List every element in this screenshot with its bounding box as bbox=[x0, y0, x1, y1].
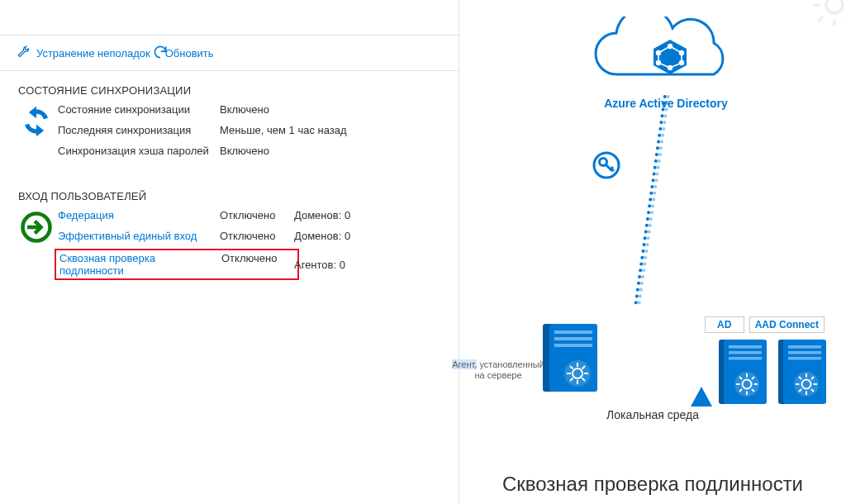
sync-state-label: Состояние синхронизации bbox=[58, 103, 220, 116]
diagram: Azure Active Directory Агент, установлен… bbox=[459, 0, 846, 504]
agent-note-c: на сервере bbox=[474, 370, 521, 380]
sync-section: СОСТОЯНИЕ СИНХРОНИЗАЦИИ Состояние синхро… bbox=[0, 71, 459, 157]
passthrough-status: Отключено bbox=[221, 252, 296, 277]
signin-section: ВХОД ПОЛЬЗОВАТЕЛЕЙ Федерация Отключено Д… bbox=[0, 177, 459, 278]
svg-rect-36 bbox=[729, 351, 762, 354]
refresh-link[interactable]: Обновить bbox=[165, 47, 214, 59]
sync-icon bbox=[18, 103, 58, 142]
federation-count: Доменов: 0 bbox=[294, 209, 368, 221]
wrench-icon bbox=[17, 45, 30, 61]
federation-status: Отключено bbox=[220, 209, 294, 221]
federation-link[interactable]: Федерация bbox=[58, 209, 220, 221]
svg-rect-52 bbox=[788, 357, 821, 360]
sso-status: Отключено bbox=[220, 230, 294, 242]
footer-title: Сквозная проверка подлинности bbox=[459, 473, 846, 496]
signin-section-title: ВХОД ПОЛЬЗОВАТЕЛЕЙ bbox=[18, 190, 440, 202]
label-aad-connect: AAD Connect bbox=[749, 316, 825, 333]
passthrough-link[interactable]: Сквозная проверка подлинности bbox=[59, 252, 221, 277]
passthrough-highlight: Сквозная проверка подлинности Отключено bbox=[55, 249, 299, 280]
svg-rect-35 bbox=[729, 345, 762, 349]
svg-point-1 bbox=[826, 0, 843, 13]
server-stack bbox=[715, 335, 829, 409]
root: Устранение неполадок Обновить СОСТОЯНИЕ … bbox=[0, 0, 846, 504]
svg-rect-51 bbox=[788, 351, 821, 354]
server-ad-icon bbox=[715, 335, 770, 409]
agent-note: Агент, установленный на сервере bbox=[444, 359, 552, 383]
svg-rect-19 bbox=[554, 330, 592, 334]
toolbar: Устранение неполадок Обновить bbox=[0, 35, 459, 71]
svg-rect-20 bbox=[554, 337, 592, 340]
agent-note-b: установленный bbox=[479, 359, 544, 369]
agent-note-a: Агент, bbox=[452, 359, 477, 369]
svg-marker-32 bbox=[691, 387, 712, 407]
gear-coron-icon bbox=[810, 0, 846, 32]
sync-last-value: Меньше, чем 1 час назад bbox=[220, 124, 352, 136]
svg-rect-37 bbox=[729, 357, 762, 360]
svg-rect-50 bbox=[788, 345, 821, 349]
signin-icon bbox=[18, 209, 58, 248]
server-labels: AD AAD Connect bbox=[705, 316, 825, 333]
label-ad: AD bbox=[705, 316, 744, 333]
dotted-connector-shadow bbox=[637, 95, 670, 305]
sso-link[interactable]: Эффективный единый вход bbox=[58, 230, 220, 242]
sync-section-title: СОСТОЯНИЕ СИНХРОНИЗАЦИИ bbox=[18, 84, 440, 97]
onprem-area: AD AAD Connect bbox=[538, 310, 838, 409]
sync-hash-value: Включено bbox=[220, 145, 352, 157]
triangle-icon bbox=[689, 385, 714, 411]
right-pane: Azure Active Directory Агент, установлен… bbox=[459, 0, 846, 504]
passthrough-count: Агентов: 0 bbox=[294, 259, 368, 271]
sync-last-label: Последняя синхронизация bbox=[58, 124, 220, 136]
agent-server-icon bbox=[538, 316, 602, 401]
svg-rect-21 bbox=[554, 344, 592, 347]
server-aadc-icon bbox=[775, 335, 829, 409]
key-icon bbox=[592, 150, 621, 183]
troubleshoot-link[interactable]: Устранение неполадок bbox=[36, 47, 150, 59]
sync-hash-label: Синхронизация хэша паролей bbox=[58, 145, 220, 157]
left-pane: Устранение неполадок Обновить СОСТОЯНИЕ … bbox=[0, 0, 459, 504]
sso-count: Доменов: 0 bbox=[294, 230, 368, 242]
onprem-caption: Локальная среда bbox=[459, 408, 846, 421]
sync-state-value: Включено bbox=[220, 103, 352, 116]
